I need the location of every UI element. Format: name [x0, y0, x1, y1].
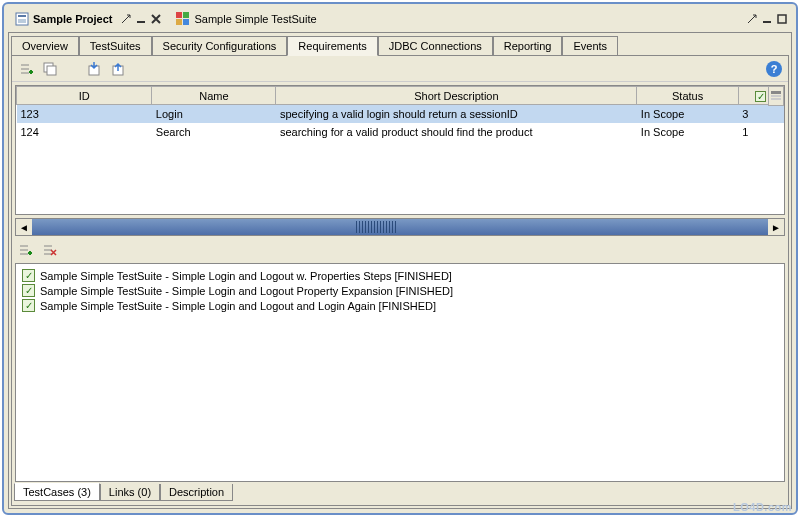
window-tab-bar: Sample Project Sample Simple TestSuite	[8, 8, 792, 30]
tab-label: Overview	[22, 40, 68, 52]
svg-rect-19	[771, 98, 781, 100]
detach-icon[interactable]	[120, 13, 132, 25]
window-tab-primary[interactable]: Sample Project	[8, 9, 169, 29]
svg-rect-4	[176, 12, 182, 18]
tab-label: Requirements	[298, 40, 366, 52]
testsuite-icon	[176, 12, 190, 26]
add-link-icon[interactable]	[18, 242, 34, 258]
svg-rect-18	[771, 95, 781, 97]
tab-label: Reporting	[504, 40, 552, 52]
svg-rect-7	[183, 19, 189, 25]
tab-label: TestCases (3)	[23, 486, 91, 498]
main-tab-strip: Overview TestSuites Security Configurati…	[9, 33, 791, 55]
col-header-desc[interactable]: Short Description	[276, 87, 637, 105]
svg-rect-2	[18, 19, 26, 23]
table-header-row: ID Name Short Description Status ✓	[17, 87, 784, 105]
detach-icon[interactable]	[746, 13, 758, 25]
list-item-label: Sample Simple TestSuite - Simple Login a…	[40, 300, 436, 312]
table-row[interactable]: 124 Search searching for a valid product…	[17, 123, 784, 141]
project-icon	[15, 12, 29, 26]
minimize-icon[interactable]	[135, 13, 147, 25]
maximize-icon[interactable]	[776, 13, 788, 25]
svg-rect-17	[771, 91, 781, 94]
col-header-status[interactable]: Status	[637, 87, 739, 105]
check-icon: ✓	[22, 299, 35, 312]
list-item-label: Sample Simple TestSuite - Simple Login a…	[40, 270, 452, 282]
testcases-list: ✓ Sample Simple TestSuite - Simple Login…	[15, 263, 785, 482]
tab-label: Description	[169, 486, 224, 498]
table-column-menu-icon[interactable]	[768, 86, 784, 106]
cell-name: Login	[152, 105, 276, 123]
cell-id: 124	[17, 123, 152, 141]
col-header-name[interactable]: Name	[152, 87, 276, 105]
check-icon: ✓	[22, 269, 35, 282]
export-icon[interactable]	[110, 61, 126, 77]
cell-check: 1	[738, 123, 783, 141]
cell-check: 3	[738, 105, 783, 123]
bottom-tab-strip: TestCases (3) Links (0) Description	[12, 484, 788, 505]
tab-description[interactable]: Description	[160, 484, 233, 501]
cell-name: Search	[152, 123, 276, 141]
tab-overview[interactable]: Overview	[11, 36, 79, 55]
tab-label: Events	[573, 40, 607, 52]
tab-requirements[interactable]: Requirements	[287, 36, 377, 56]
svg-rect-1	[18, 15, 26, 17]
tab-security[interactable]: Security Configurations	[152, 36, 288, 55]
tab-links[interactable]: Links (0)	[100, 484, 160, 501]
copy-icon[interactable]	[42, 61, 58, 77]
list-item[interactable]: ✓ Sample Simple TestSuite - Simple Login…	[22, 298, 778, 313]
col-header-id[interactable]: ID	[17, 87, 152, 105]
scroll-track[interactable]	[32, 219, 768, 235]
horizontal-scrollbar[interactable]: ◄ ►	[15, 218, 785, 236]
scroll-thumb[interactable]	[356, 221, 396, 233]
watermark: LO4D.com	[733, 501, 792, 513]
svg-rect-5	[183, 12, 189, 18]
close-icon[interactable]	[150, 13, 162, 25]
tab-label: Security Configurations	[163, 40, 277, 52]
cell-id: 123	[17, 105, 152, 123]
cell-status: In Scope	[637, 123, 739, 141]
table-row[interactable]: 123 Login specifying a valid login shoul…	[17, 105, 784, 123]
check-icon: ✓	[755, 91, 766, 102]
testcases-toolbar	[12, 239, 788, 261]
cell-desc: specifying a valid login should return a…	[276, 105, 637, 123]
tab-label: TestSuites	[90, 40, 141, 52]
svg-rect-6	[176, 19, 182, 25]
requirements-toolbar: ?	[12, 56, 788, 82]
list-item[interactable]: ✓ Sample Simple TestSuite - Simple Login…	[22, 283, 778, 298]
help-icon[interactable]: ?	[766, 61, 782, 77]
svg-rect-9	[778, 15, 786, 23]
window-tab-secondary-title: Sample Simple TestSuite	[194, 13, 316, 25]
cell-desc: searching for a valid product should fin…	[276, 123, 637, 141]
check-icon: ✓	[22, 284, 35, 297]
tab-testsuites[interactable]: TestSuites	[79, 36, 152, 55]
window-tab-primary-title: Sample Project	[33, 13, 112, 25]
scroll-left-icon[interactable]: ◄	[16, 219, 32, 235]
add-requirement-icon[interactable]	[18, 61, 34, 77]
tab-reporting[interactable]: Reporting	[493, 36, 563, 55]
tab-label: Links (0)	[109, 486, 151, 498]
window-tab-secondary[interactable]: Sample Simple TestSuite	[169, 9, 323, 29]
tab-events[interactable]: Events	[562, 36, 618, 55]
minimize-icon[interactable]	[761, 13, 773, 25]
remove-link-icon[interactable]	[42, 242, 58, 258]
requirements-table: ID Name Short Description Status ✓ 123 L…	[15, 85, 785, 215]
list-item[interactable]: ✓ Sample Simple TestSuite - Simple Login…	[22, 268, 778, 283]
svg-rect-14	[47, 66, 56, 75]
cell-status: In Scope	[637, 105, 739, 123]
tab-jdbc[interactable]: JDBC Connections	[378, 36, 493, 55]
list-item-label: Sample Simple TestSuite - Simple Login a…	[40, 285, 453, 297]
tab-label: JDBC Connections	[389, 40, 482, 52]
tab-testcases[interactable]: TestCases (3)	[14, 483, 100, 501]
import-icon[interactable]	[86, 61, 102, 77]
scroll-right-icon[interactable]: ►	[768, 219, 784, 235]
